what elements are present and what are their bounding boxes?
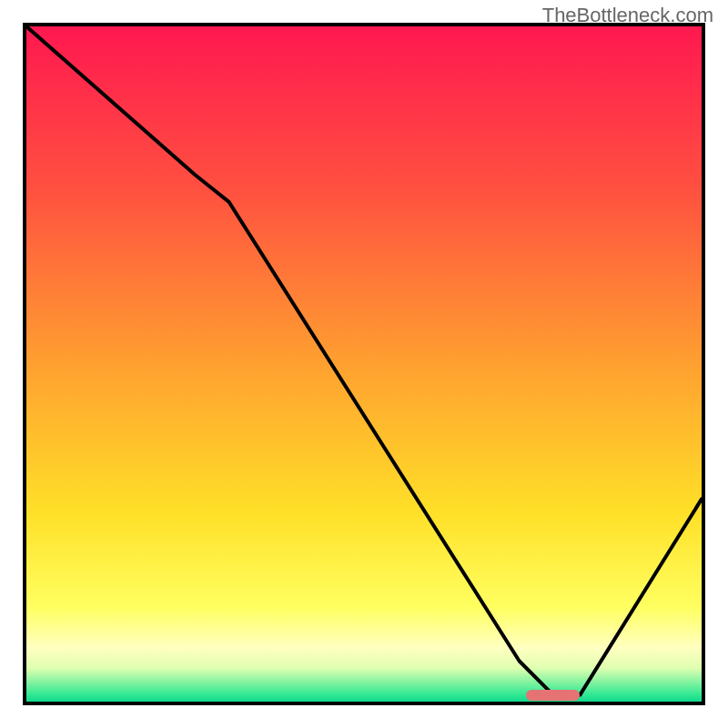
watermark-text: TheBottleneck.com <box>542 4 713 27</box>
optimal-marker <box>526 690 580 701</box>
chart-container: TheBottleneck.com <box>0 0 728 728</box>
plot-area <box>23 23 705 705</box>
curve-line <box>26 26 702 702</box>
